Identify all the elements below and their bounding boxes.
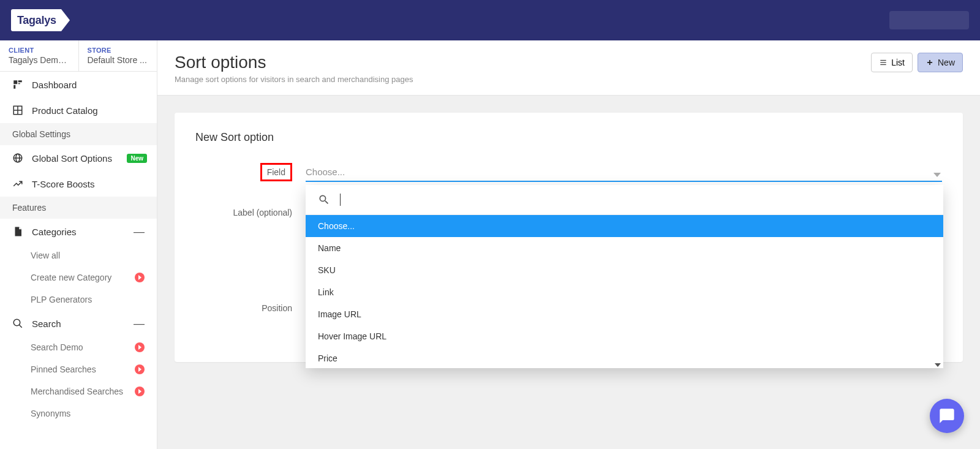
field-dropdown: Choose... Name SKU Link Image URL Hover … — [306, 185, 943, 368]
svg-rect-1 — [18, 80, 22, 82]
field-label-wrap: Field — [195, 163, 306, 181]
top-bar: Tagalys — [0, 0, 980, 40]
button-label: New — [938, 58, 955, 67]
brand-text: Tagalys — [17, 14, 56, 27]
page-subtitle: Manage sort options for visitors in sear… — [175, 75, 413, 84]
play-icon[interactable] — [135, 273, 145, 282]
new-badge: New — [127, 154, 147, 163]
nav-create-category[interactable]: Create new Category — [0, 266, 157, 289]
section-global-settings: Global Settings — [0, 123, 157, 145]
nav-categories[interactable]: Categories — — [0, 219, 157, 244]
play-icon[interactable] — [135, 364, 145, 374]
plus-icon — [925, 58, 934, 67]
store-label: STORE — [88, 47, 149, 54]
brand-logo[interactable]: Tagalys — [11, 9, 61, 31]
globe-icon — [12, 153, 23, 164]
dropdown-option-price[interactable]: Price — [306, 347, 943, 368]
page-header: Sort options Manage sort options for vis… — [157, 40, 980, 96]
page-title: Sort options — [175, 53, 413, 72]
nav-label: Dashboard — [32, 80, 77, 90]
nav-label: Create new Category — [31, 273, 111, 282]
search-icon — [318, 194, 330, 206]
nav-product-catalog[interactable]: Product Catalog — [0, 97, 157, 123]
nav-view-all[interactable]: View all — [0, 244, 157, 266]
field-label: Field — [267, 167, 285, 177]
svg-rect-3 — [13, 85, 15, 89]
svg-rect-0 — [13, 80, 17, 84]
nav-dashboard[interactable]: Dashboard — [0, 72, 157, 97]
dropdown-option-hover-image-url[interactable]: Hover Image URL — [306, 325, 943, 347]
account-area[interactable] — [889, 11, 969, 29]
client-label: CLIENT — [9, 47, 70, 54]
nav-label: Merchandised Searches — [31, 387, 123, 396]
client-selector[interactable]: CLIENT Tagalys Demo ... — [0, 40, 79, 71]
dropdown-option-name[interactable]: Name — [306, 237, 943, 259]
nav-label: Synonyms — [31, 409, 70, 418]
dashboard-icon — [12, 79, 23, 90]
nav-label: Search Demo — [31, 342, 83, 352]
nav-label: PLP Generators — [31, 295, 92, 304]
file-icon — [12, 226, 23, 237]
nav-tscore-boosts[interactable]: T-Score Boosts — [0, 171, 157, 197]
nav-search-demo[interactable]: Search Demo — [0, 336, 157, 358]
nav-label: Pinned Searches — [31, 364, 96, 374]
svg-line-11 — [19, 325, 22, 328]
chat-widget-button[interactable] — [930, 399, 964, 433]
store-selector[interactable]: STORE Default Store ... — [79, 40, 157, 71]
chat-icon — [938, 407, 956, 424]
dropdown-option-image-url[interactable]: Image URL — [306, 303, 943, 325]
field-label-highlight: Field — [260, 163, 292, 181]
main-content: Sort options Manage sort options for vis… — [157, 40, 980, 449]
nav-global-sort-options[interactable]: Global Sort Options New — [0, 145, 157, 171]
position-label: Position — [195, 303, 306, 313]
new-button[interactable]: New — [918, 53, 963, 72]
play-icon[interactable] — [135, 387, 145, 396]
nav-label: Categories — [32, 227, 77, 237]
nav-label: View all — [31, 251, 60, 260]
dropdown-option-choose[interactable]: Choose... — [306, 215, 943, 237]
list-button[interactable]: List — [871, 53, 913, 72]
dropdown-option-sku[interactable]: SKU — [306, 259, 943, 281]
search-icon — [12, 318, 23, 329]
client-value: Tagalys Demo ... — [9, 55, 70, 65]
nav-search[interactable]: Search — — [0, 311, 157, 336]
chevron-down-icon — [935, 363, 941, 367]
chevron-down-icon — [933, 173, 941, 177]
dropdown-search[interactable] — [306, 185, 943, 215]
nav-label: Global Sort Options — [32, 153, 112, 164]
nav-label: T-Score Boosts — [32, 179, 95, 189]
sidebar-nav: Dashboard Product Catalog Global Setting… — [0, 72, 157, 449]
grid-icon — [12, 105, 23, 116]
list-icon — [879, 58, 888, 67]
card-title: New Sort option — [195, 131, 942, 144]
collapse-icon: — — [134, 225, 145, 238]
context-selector: CLIENT Tagalys Demo ... STORE Default St… — [0, 40, 157, 72]
select-value: Choose... — [306, 167, 345, 177]
dropdown-list: Choose... Name SKU Link Image URL Hover … — [306, 215, 943, 368]
section-features: Features — [0, 197, 157, 219]
svg-rect-2 — [18, 83, 20, 85]
dropdown-option-link[interactable]: Link — [306, 281, 943, 303]
nav-label: Product Catalog — [32, 105, 98, 116]
label-field-label: Label (optional) — [195, 208, 306, 217]
sidebar: CLIENT Tagalys Demo ... STORE Default St… — [0, 40, 157, 449]
new-sort-option-card: New Sort option Field Choose... — [175, 113, 963, 362]
play-icon[interactable] — [135, 342, 145, 352]
collapse-icon: — — [134, 317, 145, 330]
svg-point-10 — [13, 319, 20, 326]
nav-merchandised-searches[interactable]: Merchandised Searches — [0, 380, 157, 402]
trend-icon — [12, 178, 23, 189]
field-select[interactable]: Choose... — [306, 163, 942, 182]
store-value: Default Store ... — [88, 55, 149, 65]
button-label: List — [891, 58, 905, 67]
nav-pinned-searches[interactable]: Pinned Searches — [0, 358, 157, 380]
nav-label: Search — [32, 319, 61, 329]
nav-plp-generators[interactable]: PLP Generators — [0, 289, 157, 311]
nav-synonyms[interactable]: Synonyms — [0, 402, 157, 424]
